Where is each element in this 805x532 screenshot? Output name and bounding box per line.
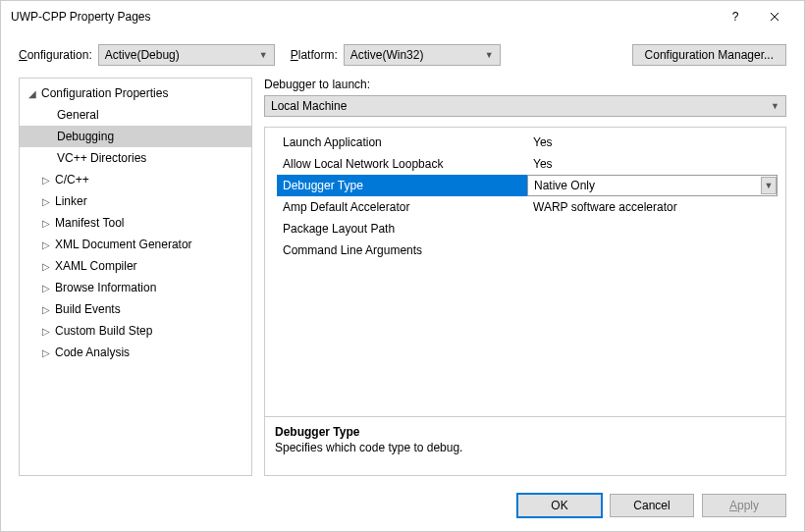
expand-icon: ▷	[39, 283, 53, 293]
chevron-down-icon: ▼	[771, 101, 779, 111]
tree-item-xaml-compiler[interactable]: ▷XAML Compiler	[20, 255, 251, 277]
grid-row-amp-accelerator[interactable]: Amp Default Accelerator WARP software ac…	[277, 196, 778, 218]
debugger-launch-label: Debugger to launch:	[264, 78, 786, 91]
expand-icon: ▷	[39, 218, 53, 229]
tree-item-custom-build-step[interactable]: ▷Custom Build Step	[20, 320, 251, 342]
config-row: Configuration: Active(Debug) ▼ Platform:…	[1, 32, 804, 72]
expand-icon: ▷	[39, 175, 53, 186]
expand-icon: ▷	[39, 261, 53, 272]
apply-button[interactable]: Apply	[702, 494, 786, 517]
property-description: Debugger Type Specifies which code type …	[265, 416, 785, 475]
configuration-dropdown[interactable]: Active(Debug) ▼	[98, 44, 275, 66]
tree-item-general[interactable]: General	[20, 104, 251, 126]
tree-item-browse-information[interactable]: ▷Browse Information	[20, 277, 251, 298]
window-title: UWP-CPP Property Pages	[11, 10, 716, 24]
grid-row-command-line-args[interactable]: Command Line Arguments	[277, 239, 778, 261]
property-panel: Debugger to launch: Local Machine ▼ Laun…	[264, 78, 786, 476]
chevron-down-icon: ▼	[761, 177, 777, 194]
property-grid: Launch Application Yes Allow Local Netwo…	[264, 127, 786, 476]
tree-item-xml-doc-generator[interactable]: ▷XML Document Generator	[20, 234, 251, 255]
description-text: Specifies which code type to debug.	[275, 441, 776, 454]
chevron-down-icon: ▼	[259, 50, 268, 60]
grid-row-launch-application[interactable]: Launch Application Yes	[277, 132, 778, 153]
tree-item-build-events[interactable]: ▷Build Events	[20, 298, 251, 320]
cancel-button[interactable]: Cancel	[610, 494, 694, 517]
property-grid-body: Launch Application Yes Allow Local Netwo…	[265, 128, 785, 416]
grid-row-package-layout-path[interactable]: Package Layout Path	[277, 218, 778, 239]
tree-view[interactable]: ◢ Configuration Properties General Debug…	[19, 78, 252, 476]
platform-dropdown[interactable]: Active(Win32) ▼	[344, 44, 501, 66]
tree-item-vcpp-directories[interactable]: VC++ Directories	[20, 147, 251, 169]
configuration-value: Active(Debug)	[105, 48, 259, 62]
debugger-type-value-dropdown[interactable]: Native Only ▼	[527, 175, 778, 196]
debugger-launch-value: Local Machine	[271, 99, 771, 113]
tree-item-linker[interactable]: ▷Linker	[20, 190, 251, 212]
expand-icon: ▷	[39, 196, 53, 207]
chevron-down-icon: ▼	[485, 50, 494, 60]
configuration-manager-button[interactable]: Configuration Manager...	[632, 44, 786, 66]
close-button[interactable]	[755, 1, 794, 32]
grid-row-debugger-type[interactable]: Debugger Type Native Only ▼	[277, 175, 778, 196]
titlebar: UWP-CPP Property Pages ?	[1, 1, 804, 32]
tree-item-manifest-tool[interactable]: ▷Manifest Tool	[20, 212, 251, 234]
configuration-label: Configuration:	[19, 48, 92, 62]
ok-button[interactable]: OK	[517, 494, 602, 517]
close-icon	[770, 12, 779, 22]
tree-item-debugging[interactable]: Debugging	[20, 126, 251, 147]
dialog-buttons: OK Cancel Apply	[1, 486, 804, 531]
help-button[interactable]: ?	[716, 1, 755, 32]
collapse-icon: ◢	[26, 88, 39, 99]
platform-value: Active(Win32)	[350, 48, 485, 62]
main-area: ◢ Configuration Properties General Debug…	[1, 72, 804, 486]
grid-row-allow-loopback[interactable]: Allow Local Network Loopback Yes	[277, 153, 778, 175]
expand-icon: ▷	[39, 239, 53, 250]
debugger-launch-dropdown[interactable]: Local Machine ▼	[264, 95, 786, 117]
expand-icon: ▷	[39, 304, 53, 315]
tree-item-ccpp[interactable]: ▷C/C++	[20, 169, 251, 190]
tree-root-configuration-properties[interactable]: ◢ Configuration Properties	[20, 82, 251, 104]
description-title: Debugger Type	[275, 425, 776, 439]
expand-icon: ▷	[39, 326, 53, 337]
expand-icon: ▷	[39, 347, 53, 358]
tree-item-code-analysis[interactable]: ▷Code Analysis	[20, 342, 251, 363]
platform-label: Platform:	[291, 48, 338, 62]
